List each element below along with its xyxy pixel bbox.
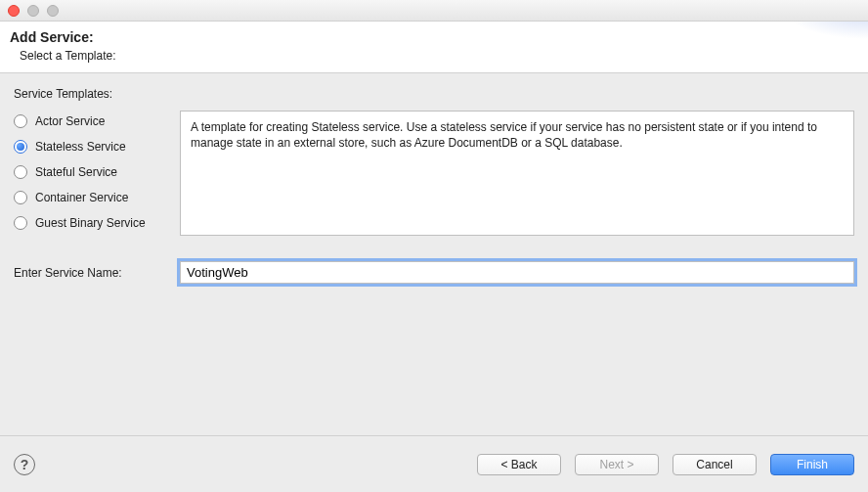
back-button[interactable]: < Back (477, 454, 561, 475)
radio-label: Stateless Service (35, 140, 126, 154)
radio-icon (14, 165, 27, 179)
radio-label: Container Service (35, 191, 128, 204)
help-button[interactable]: ? (14, 454, 35, 475)
wizard-buttons: < Back Next > Cancel Finish (477, 454, 854, 475)
template-description: A template for creating Stateless servic… (180, 111, 854, 236)
dialog-subtitle: Select a Template: (20, 49, 858, 63)
radio-container-service[interactable]: Container Service (14, 191, 166, 204)
finish-button[interactable]: Finish (770, 454, 854, 475)
radio-stateless-service[interactable]: Stateless Service (14, 140, 166, 154)
service-name-input[interactable] (180, 261, 854, 284)
service-name-row: Enter Service Name: (14, 261, 854, 284)
radio-icon (14, 114, 27, 128)
dialog-body: Service Templates: Actor Service Statele… (0, 73, 868, 432)
radio-label: Actor Service (35, 114, 105, 128)
next-button: Next > (575, 454, 659, 475)
radio-label: Stateful Service (35, 165, 117, 179)
template-radio-group: Actor Service Stateless Service Stateful… (14, 111, 166, 236)
radio-icon (14, 140, 27, 154)
cancel-button[interactable]: Cancel (673, 454, 757, 475)
radio-icon (14, 216, 27, 230)
service-name-label: Enter Service Name: (14, 266, 166, 280)
radio-stateful-service[interactable]: Stateful Service (14, 165, 166, 179)
window-titlebar (0, 0, 868, 22)
maximize-icon (47, 5, 59, 17)
templates-group-label: Service Templates: (14, 87, 854, 101)
dialog-footer: ? < Back Next > Cancel Finish (0, 435, 868, 492)
close-icon[interactable] (8, 5, 20, 17)
dialog-header: Add Service: Select a Template: (0, 22, 868, 73)
radio-icon (14, 191, 27, 204)
minimize-icon (27, 5, 39, 17)
templates-row: Actor Service Stateless Service Stateful… (14, 111, 854, 236)
radio-label: Guest Binary Service (35, 216, 146, 230)
radio-actor-service[interactable]: Actor Service (14, 114, 166, 128)
radio-guest-binary-service[interactable]: Guest Binary Service (14, 216, 166, 230)
dialog-title: Add Service: (10, 29, 858, 45)
